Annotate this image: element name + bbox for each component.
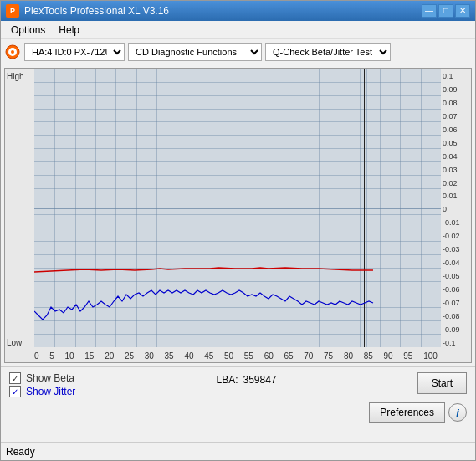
show-beta-checkbox[interactable]: ✓ <box>9 372 21 384</box>
x-label-20: 20 <box>105 351 114 361</box>
x-label-100: 100 <box>423 351 438 361</box>
y-right-0.04: 0.04 <box>443 152 469 161</box>
y-right-0.05: 0.05 <box>443 139 469 147</box>
x-label-80: 80 <box>344 351 353 361</box>
show-jitter-checkbox[interactable]: ✓ <box>9 386 21 397</box>
minimize-button[interactable]: — <box>422 4 437 18</box>
status-bar: Ready <box>1 442 475 460</box>
right-buttons: Start <box>417 372 467 394</box>
app-icon: P <box>6 4 19 18</box>
jitter-row: ✓ Show Jitter <box>9 386 75 397</box>
x-label-95: 95 <box>403 351 412 361</box>
x-label-90: 90 <box>384 351 393 361</box>
y-right-0: 0 <box>443 205 469 213</box>
y-right-0.1: 0.1 <box>443 72 469 80</box>
x-label-45: 45 <box>204 351 213 361</box>
title-bar: P PlexTools Professional XL V3.16 — □ ✕ <box>1 1 475 21</box>
test-select[interactable]: Q-Check Beta/Jitter Test <box>265 43 391 61</box>
y-axis-left: High Low <box>5 69 34 362</box>
y-right--0.01: -0.01 <box>443 218 469 227</box>
y-right-0.09: 0.09 <box>443 85 469 94</box>
beta-curve <box>34 69 441 347</box>
x-label-40: 40 <box>184 351 193 361</box>
menu-bar: Options Help <box>1 21 475 39</box>
window-controls: — □ ✕ <box>422 4 470 18</box>
x-label-10: 10 <box>65 351 74 361</box>
x-label-50: 50 <box>224 351 233 361</box>
show-beta-label: Show Beta <box>26 372 74 384</box>
y-right--0.07: -0.07 <box>443 299 469 307</box>
beta-row: ✓ Show Beta <box>9 372 75 384</box>
show-jitter-label: Show Jitter <box>26 386 75 397</box>
x-label-25: 25 <box>125 351 134 361</box>
x-axis-labels: 0 5 10 15 20 25 30 35 40 45 50 55 60 65 <box>34 350 441 361</box>
start-button[interactable]: Start <box>417 372 467 394</box>
close-button[interactable]: ✕ <box>455 4 470 18</box>
menu-help[interactable]: Help <box>52 23 86 38</box>
y-axis-right: 0.1 0.09 0.08 0.07 0.06 0.05 0.04 0.03 0… <box>441 69 471 362</box>
chart-container: High Low <box>5 69 471 362</box>
drive-select[interactable]: HA:4 ID:0 PX-712UF <box>24 43 125 61</box>
x-label-5: 5 <box>49 351 54 361</box>
y-right--0.08: -0.08 <box>443 312 469 320</box>
x-label-85: 85 <box>364 351 373 361</box>
x-label-65: 65 <box>284 351 293 361</box>
x-label-35: 35 <box>165 351 174 361</box>
svg-point-2 <box>11 50 14 54</box>
y-right-0.02: 0.02 <box>443 179 469 187</box>
y-right--0.05: -0.05 <box>443 272 469 280</box>
checkboxes-area: ✓ Show Beta ✓ Show Jitter <box>9 372 75 397</box>
y-right--0.03: -0.03 <box>443 245 469 254</box>
y-right-0.07: 0.07 <box>443 112 469 120</box>
y-right-0.08: 0.08 <box>443 99 469 107</box>
lba-area: LBA: 359847 <box>216 372 276 386</box>
x-axis: 0 5 10 15 20 25 30 35 40 45 50 55 60 65 <box>34 347 441 362</box>
x-label-75: 75 <box>324 351 333 361</box>
preferences-button[interactable]: Preferences <box>369 402 445 423</box>
bottom-top-row: ✓ Show Beta ✓ Show Jitter LBA: 359847 St… <box>9 372 467 397</box>
lba-value: 359847 <box>243 374 276 386</box>
y-right--0.04: -0.04 <box>443 259 469 267</box>
x-label-15: 15 <box>84 351 94 361</box>
info-button[interactable]: i <box>448 403 467 422</box>
x-label-60: 60 <box>264 351 274 361</box>
y-high-label: High <box>7 72 24 81</box>
main-window: P PlexTools Professional XL V3.16 — □ ✕ … <box>0 0 476 461</box>
window-title: PlexTools Professional XL V3.16 <box>24 5 169 17</box>
prefs-info-row: Preferences i <box>369 402 467 423</box>
y-right--0.1: -0.1 <box>443 339 469 347</box>
maximize-button[interactable]: □ <box>438 4 453 18</box>
x-label-70: 70 <box>304 351 313 361</box>
y-right-0.01: 0.01 <box>443 192 469 200</box>
chart-area: High Low <box>4 68 472 363</box>
chart-main: 0 5 10 15 20 25 30 35 40 45 50 55 60 65 <box>34 69 441 362</box>
y-right--0.06: -0.06 <box>443 285 469 294</box>
function-select[interactable]: CD Diagnostic Functions <box>128 43 262 61</box>
y-right--0.09: -0.09 <box>443 325 469 334</box>
prefs-row: Preferences i <box>9 402 467 423</box>
y-right-0.06: 0.06 <box>443 125 469 134</box>
y-low-label: Low <box>7 338 22 347</box>
x-label-55: 55 <box>244 351 253 361</box>
y-right--0.02: -0.02 <box>443 232 469 240</box>
x-label-30: 30 <box>145 351 154 361</box>
y-right-0.03: 0.03 <box>443 166 469 174</box>
lba-label: LBA: <box>216 374 238 386</box>
x-label-0: 0 <box>34 351 39 361</box>
status-text: Ready <box>6 446 35 458</box>
left-section: ✓ Show Beta ✓ Show Jitter <box>9 372 75 397</box>
chart-plot <box>34 69 441 347</box>
bottom-panel: ✓ Show Beta ✓ Show Jitter LBA: 359847 St… <box>1 366 475 442</box>
toolbar: HA:4 ID:0 PX-712UF CD Diagnostic Functio… <box>1 39 475 64</box>
drive-icon <box>4 44 21 60</box>
menu-options[interactable]: Options <box>4 23 52 38</box>
